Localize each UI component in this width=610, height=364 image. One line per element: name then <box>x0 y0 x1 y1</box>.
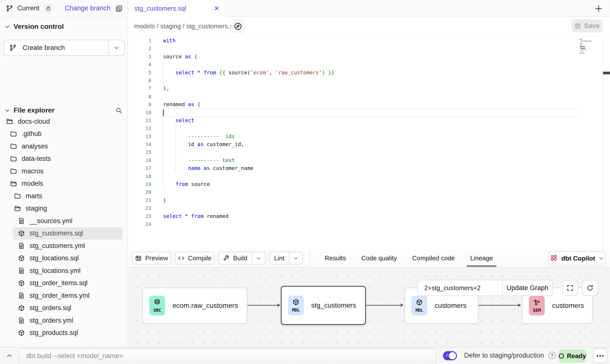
file-tree-item-stg-products-sql[interactable]: stg_products.sql <box>0 327 128 339</box>
copilot-compass-button[interactable] <box>231 19 245 33</box>
copy-icon[interactable] <box>115 5 123 12</box>
file-tree-item--sources-yml[interactable]: __sources.yml <box>0 215 128 227</box>
change-branch-link[interactable]: Change branch <box>65 4 110 12</box>
fullscreen-button[interactable] <box>562 280 578 296</box>
defer-toggle[interactable]: ✓ <box>443 351 457 360</box>
command-input[interactable]: dbt build --select <model_name> <box>19 348 437 364</box>
version-control-header[interactable]: Version control <box>0 21 128 32</box>
line-number: 5 <box>129 69 151 77</box>
new-tab-button[interactable] <box>594 4 603 13</box>
compile-button[interactable]: Compile <box>175 252 214 265</box>
line-number: 2 <box>129 45 151 52</box>
code-text: renamed as ( <box>151 100 201 108</box>
line-number: 4 <box>129 61 151 68</box>
lineage-selector-input[interactable]: 2+stg_customers+2 <box>418 280 502 296</box>
file-tree-item-staging[interactable]: staging <box>0 202 128 215</box>
line-number: 21 <box>129 196 151 204</box>
file-tree-item-label: docs-cloud <box>18 118 50 125</box>
close-icon[interactable]: ✕ <box>214 5 219 12</box>
code-line: 19 from source <box>129 180 610 188</box>
code-line: 16 ---------- text <box>129 156 610 164</box>
node-type-badge: MDL <box>411 296 427 315</box>
line-number: 3 <box>129 53 151 61</box>
file-tree-item-label: staging <box>26 205 47 212</box>
more-options-button[interactable] <box>593 348 607 363</box>
file-tree-item-stg-orders-sql[interactable]: stg_orders.sql <box>0 302 128 314</box>
file-tree-item-label: stg_customers.sql <box>30 230 83 237</box>
preview-button[interactable]: Preview <box>132 252 171 265</box>
file-tree-item--github[interactable]: .github <box>0 128 128 140</box>
file-tree-item-macros[interactable]: macros <box>0 165 128 178</box>
lineage-node-stg-customers[interactable]: MDLstg_customers <box>281 286 366 325</box>
folder-icon <box>10 167 17 175</box>
expand-command-bar-button[interactable] <box>6 352 13 359</box>
code-text <box>151 204 163 212</box>
command-bar: dbt build --select <model_name> ✓ Defer … <box>0 347 610 364</box>
file-tree-item-stg-customers-yml[interactable]: stg_customers.yml <box>0 240 128 252</box>
build-split-button[interactable]: Build <box>218 252 266 265</box>
file-tree-item-stg-order-items-sql[interactable]: stg_order_items.sql <box>0 277 128 290</box>
code-text <box>151 45 163 52</box>
tab-results[interactable]: Results <box>325 249 346 267</box>
status-badge[interactable]: Ready <box>559 349 586 363</box>
status-circle-icon <box>559 353 564 359</box>
file-explorer-header[interactable]: File explorer <box>0 105 128 116</box>
tab-lineage[interactable]: Lineage <box>470 249 493 267</box>
lineage-canvas[interactable]: SRCecom.raw_customersMDLstg_customersMDL… <box>129 267 610 347</box>
lineage-node-ecom-raw-customers[interactable]: SRCecom.raw_customers <box>142 288 247 324</box>
tab-code-quality[interactable]: Code quality <box>361 249 397 267</box>
code-editor[interactable]: 1with23source as (45 select * from {{ so… <box>129 36 610 249</box>
scrollbar-thumb[interactable] <box>603 72 610 74</box>
node-type-label: SEM <box>533 308 541 313</box>
update-graph-button[interactable]: Update Graph <box>503 280 552 296</box>
file-tree-item-stg-locations-sql[interactable]: stg_locations.sql <box>0 252 128 265</box>
editor-toolbar: Preview Compile Build <box>129 249 610 267</box>
file-tree-item-stg-locations-yml[interactable]: stg_locations.yml <box>0 265 128 277</box>
line-number: 7 <box>129 84 151 92</box>
table-icon <box>135 255 142 262</box>
toolbar-divider <box>309 249 310 267</box>
file-tree-item-analyses[interactable]: analyses <box>0 140 128 153</box>
code-text: with <box>151 37 176 45</box>
build-dropdown[interactable] <box>252 252 265 264</box>
dbt-copilot-button[interactable]: dbt Copilot <box>548 251 605 265</box>
search-icon[interactable] <box>116 107 122 114</box>
code-line: 24 <box>129 220 610 228</box>
tab-stg-customers-sql[interactable]: stg_customers.sql ✕ <box>129 0 226 17</box>
line-number: 18 <box>129 172 151 180</box>
node-label: stg_customers <box>311 301 356 309</box>
build-button[interactable]: Build <box>219 252 252 264</box>
file-tree-item-marts[interactable]: marts <box>0 190 128 202</box>
lint-dropdown[interactable] <box>289 252 302 264</box>
line-number: 1 <box>129 37 151 45</box>
file-tree-item-stg-order-items-yml[interactable]: stg_order_items.yml <box>0 289 128 302</box>
file-tree-item-data-tests[interactable]: data-tests <box>0 153 128 165</box>
code-text <box>151 124 163 132</box>
code-text: ), <box>151 84 169 92</box>
file-tree-item-models[interactable]: models <box>0 178 128 190</box>
wrench-icon <box>223 255 230 262</box>
tab-compiled-code[interactable]: Compiled code <box>412 249 455 267</box>
code-line: 20 <box>129 188 610 196</box>
file-tree-item-docs-cloud[interactable]: docs-cloud <box>0 115 128 128</box>
code-text <box>151 220 163 228</box>
code-text: ) <box>151 196 166 204</box>
more-options-icon <box>599 355 601 357</box>
node-type-label: MDL <box>415 308 423 313</box>
file-tree-item-stg-customers-sql[interactable]: stg_customers.sql <box>13 227 123 240</box>
code-text <box>151 77 163 84</box>
refresh-button[interactable] <box>582 280 598 296</box>
create-branch-button[interactable]: Create branch <box>3 40 125 56</box>
code-line: 21) <box>129 196 610 204</box>
lint-split-button[interactable]: Lint <box>269 252 303 265</box>
code-line: 15 <box>129 148 610 156</box>
create-branch-dropdown[interactable] <box>109 45 124 50</box>
code-line: 2 <box>129 45 610 52</box>
code-line: 8 <box>129 93 610 100</box>
create-branch-main[interactable]: Create branch <box>4 40 108 55</box>
file-tree-item-stg-orders-yml[interactable]: stg_orders.yml <box>0 314 128 327</box>
lint-button[interactable]: Lint <box>270 252 289 264</box>
file-tree-item-label: stg_locations.sql <box>30 254 79 262</box>
save-button[interactable]: Save <box>572 19 602 33</box>
text-cursor <box>163 109 164 116</box>
